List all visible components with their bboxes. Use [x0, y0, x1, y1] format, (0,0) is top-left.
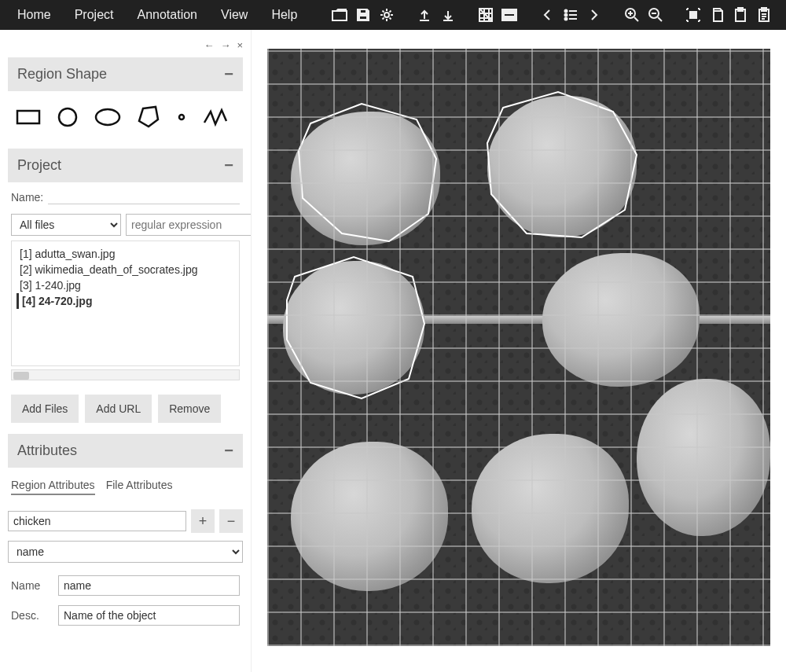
svg-marker-21 — [139, 107, 158, 127]
menubar: Home Project Annotation View Help — [0, 0, 786, 30]
save-icon[interactable] — [354, 6, 373, 24]
menu-help[interactable]: Help — [262, 8, 307, 22]
attr-name-label: Name — [8, 571, 55, 600]
attributes-title: Attributes — [17, 442, 77, 459]
svg-rect-15 — [738, 8, 743, 11]
menu-project[interactable]: Project — [65, 8, 123, 22]
tab-file-attributes[interactable]: File Attributes — [106, 479, 173, 495]
nav-close-icon[interactable]: × — [237, 39, 243, 51]
attr-desc-field[interactable] — [58, 605, 240, 626]
region-shape-title: Region Shape — [17, 66, 107, 83]
shape-circle[interactable] — [57, 106, 79, 130]
file-item[interactable]: [2] wikimedia_death_of_socrates.jpg — [17, 262, 234, 277]
sidebar-nav: ← → × — [8, 36, 243, 54]
svg-point-9 — [565, 18, 567, 20]
nav-back-icon[interactable]: ← — [204, 39, 214, 51]
upload-icon[interactable] — [415, 6, 434, 24]
shape-polygon[interactable] — [137, 105, 160, 131]
image-canvas[interactable] — [267, 49, 770, 646]
file-list-scrollbar[interactable] — [11, 369, 240, 380]
svg-rect-17 — [762, 8, 766, 11]
svg-point-8 — [565, 14, 567, 17]
clipboard-icon[interactable] — [755, 6, 773, 24]
attribute-name-input[interactable] — [8, 511, 186, 531]
canvas-area — [252, 30, 786, 672]
settings-icon[interactable] — [377, 6, 396, 24]
svg-point-19 — [59, 108, 76, 126]
project-name-label: Name: — [11, 191, 43, 204]
collapse-project[interactable]: − — [224, 156, 233, 174]
svg-point-7 — [565, 10, 567, 13]
next-icon[interactable] — [585, 6, 604, 24]
add-url-button[interactable]: Add URL — [85, 395, 152, 423]
project-name-input[interactable] — [48, 190, 240, 204]
zoom-out-icon[interactable] — [646, 6, 665, 24]
panel-project: Project − — [8, 149, 243, 182]
remove-button[interactable]: Remove — [158, 395, 221, 423]
shapes-row — [8, 91, 243, 145]
file-item[interactable]: [3] 1-240.jpg — [17, 277, 234, 293]
svg-point-20 — [96, 109, 119, 125]
file-list[interactable]: [1] adutta_swan.jpg [2] wikimedia_death_… — [11, 241, 240, 366]
file-filter-select[interactable]: All files — [11, 214, 121, 236]
open-icon[interactable] — [330, 6, 349, 24]
menu-view[interactable]: View — [211, 8, 257, 22]
attr-name-field[interactable] — [58, 575, 240, 596]
shape-ellipse[interactable] — [94, 107, 121, 130]
svg-rect-0 — [332, 11, 347, 20]
svg-rect-18 — [17, 111, 39, 123]
svg-rect-6 — [504, 13, 515, 17]
file-item-selected[interactable]: [4] 24-720.jpg — [17, 293, 234, 309]
download-icon[interactable] — [439, 6, 457, 24]
attr-desc-label: Desc. — [8, 600, 55, 630]
attribute-select[interactable]: name — [8, 541, 243, 563]
list-icon[interactable] — [561, 6, 580, 24]
svg-rect-13 — [714, 11, 722, 21]
shape-rect[interactable] — [16, 108, 41, 129]
copy-icon[interactable] — [707, 6, 726, 24]
svg-rect-2 — [359, 16, 367, 20]
select-all-icon[interactable] — [684, 6, 703, 24]
panel-icon[interactable] — [500, 6, 519, 24]
collapse-region-shape[interactable]: − — [224, 65, 233, 83]
collapse-attributes[interactable]: − — [224, 442, 233, 460]
add-files-button[interactable]: Add Files — [11, 395, 79, 423]
shape-point[interactable] — [176, 112, 187, 125]
menu-annotation[interactable]: Annotation — [127, 8, 207, 22]
svg-point-3 — [384, 13, 389, 17]
tab-region-attributes[interactable]: Region Attributes — [11, 479, 95, 495]
svg-rect-1 — [360, 9, 366, 13]
file-item[interactable]: [1] adutta_swan.jpg — [17, 246, 234, 262]
grid-off-icon[interactable] — [476, 6, 495, 24]
svg-point-22 — [179, 115, 184, 119]
panel-attributes: Attributes − — [8, 434, 243, 468]
sidebar: ← → × Region Shape − Project − Name: — [0, 30, 252, 672]
menu-home[interactable]: Home — [8, 8, 61, 22]
shape-polyline[interactable] — [203, 107, 228, 130]
svg-marker-23 — [299, 104, 436, 241]
svg-marker-25 — [287, 257, 424, 398]
add-attribute-button[interactable]: + — [191, 509, 215, 533]
svg-rect-12 — [690, 12, 696, 18]
project-title: Project — [17, 157, 61, 174]
remove-attribute-button[interactable]: − — [219, 509, 243, 533]
panel-region-shape: Region Shape − — [8, 57, 243, 91]
regex-input[interactable] — [126, 214, 252, 236]
zoom-in-icon[interactable] — [623, 6, 641, 24]
paste-icon[interactable] — [731, 6, 750, 24]
svg-marker-24 — [487, 92, 637, 237]
nav-forward-icon[interactable]: → — [220, 39, 230, 51]
prev-icon[interactable] — [538, 6, 556, 24]
